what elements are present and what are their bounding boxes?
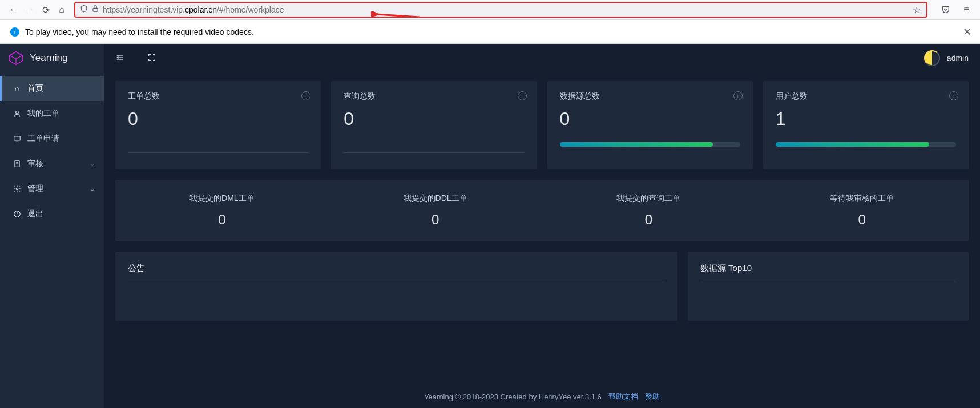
shield-icon [80,5,88,15]
user-icon [13,110,22,118]
stat-title: 工单总数 [128,91,308,102]
stat-card-datasources: i 数据源总数 0 [547,81,753,169]
stat-title: 用户总数 [776,91,956,102]
panel-title: 数据源 Top10 [700,263,956,274]
submit-label: 我提交的DML工单 [115,193,329,204]
stat-title: 查询总数 [344,91,524,102]
dashboard: i 工单总数 0 i 查询总数 0 i 数据源总数 0 [104,72,980,385]
submit-value: 0 [329,212,542,228]
menu-label: 退出 [27,209,43,219]
app-root: Yearning ⌂ 首页 我的工单 工单申请 审核 ⌄ 管理 [0,44,980,408]
gear-icon [13,185,22,193]
help-link[interactable]: 帮助文档 [608,391,638,402]
fullscreen-button[interactable] [147,53,156,64]
logo[interactable]: Yearning [0,44,104,72]
refresh-button[interactable]: ⟳ [38,2,54,18]
menu-audit[interactable]: 审核 ⌄ [0,151,104,176]
submit-value: 0 [542,212,756,228]
donate-link[interactable]: 赞助 [645,391,660,402]
svg-rect-0 [93,8,98,11]
announcement-panel: 公告 [115,252,677,321]
submit-dml: 我提交的DML工单 0 [115,193,329,228]
annotation-arrow [371,11,422,29]
copyright: Yearning © 2018-2023 Created by HenryYee… [424,393,602,401]
svg-line-2 [377,14,420,17]
home-icon: ⌂ [13,84,22,93]
submit-pending: 等待我审核的工单 0 [755,193,969,228]
datasource-top-panel: 数据源 Top10 [688,252,969,321]
collapse-sidebar-button[interactable] [115,53,124,64]
lock-icon [91,5,99,15]
chevron-down-icon: ⌄ [90,185,95,193]
stat-card-orders: i 工单总数 0 [115,81,321,169]
sidebar: Yearning ⌂ 首页 我的工单 工单申请 审核 ⌄ 管理 [0,44,104,408]
progress-bar [776,142,956,147]
logout-icon [13,210,22,218]
pocket-icon[interactable] [938,2,954,18]
url-text: https://yearningtest.vip.cpolar.cn/#/hom… [103,5,922,14]
info-icon[interactable]: i [733,91,743,100]
menu-home[interactable]: ⌂ 首页 [0,76,104,101]
footer: Yearning © 2018-2023 Created by HenryYee… [104,385,980,408]
menu-label: 工单申请 [27,134,59,144]
menu-label: 首页 [27,83,43,94]
progress-bar [560,142,740,147]
bookmark-icon[interactable]: ☆ [913,5,921,15]
menu-logout[interactable]: 退出 [0,201,104,227]
avatar[interactable] [924,50,940,66]
notification-text: To play video, you may need to install t… [25,27,254,37]
close-notification-button[interactable]: ✕ [963,26,971,38]
clipboard-icon [13,160,22,168]
main-content: admin i 工单总数 0 i 查询总数 0 i 数据 [104,44,980,408]
info-icon[interactable]: i [301,91,310,100]
logo-icon [8,50,24,66]
stat-value: 1 [776,108,956,130]
panel-title: 公告 [128,263,665,274]
info-icon[interactable]: i [949,91,958,100]
stat-card-users: i 用户总数 1 [763,81,969,169]
submit-label: 等待我审核的工单 [755,193,969,204]
svg-marker-4 [10,52,22,59]
username[interactable]: admin [947,54,969,63]
stat-value: 0 [344,108,524,130]
info-icon[interactable]: i [518,91,527,100]
monitor-icon [13,135,22,143]
main-menu: ⌂ 首页 我的工单 工单申请 审核 ⌄ 管理 ⌄ [0,72,104,408]
chevron-down-icon: ⌄ [90,160,95,168]
menu-manage[interactable]: 管理 ⌄ [0,176,104,201]
stat-card-queries: i 查询总数 0 [331,81,537,169]
stat-value: 0 [128,108,308,130]
stat-value: 0 [560,108,740,130]
topbar: admin [104,44,980,72]
svg-rect-7 [14,136,21,140]
menu-icon[interactable]: ≡ [958,2,974,18]
home-button[interactable]: ⌂ [54,2,70,18]
browser-toolbar: ← → ⟳ ⌂ https://yearningtest.vip.cpolar.… [0,0,980,20]
svg-point-12 [16,188,18,190]
back-button[interactable]: ← [6,2,22,18]
submission-summary: 我提交的DML工单 0 我提交的DDL工单 0 我提交的查询工单 0 等待我审核… [115,180,969,241]
menu-my-orders[interactable]: 我的工单 [0,101,104,126]
submit-ddl: 我提交的DDL工单 0 [329,193,542,228]
submit-label: 我提交的查询工单 [542,193,756,204]
address-bar[interactable]: https://yearningtest.vip.cpolar.cn/#/hom… [74,2,927,18]
submit-query: 我提交的查询工单 0 [542,193,756,228]
codec-notification: i To play video, you may need to install… [0,20,980,44]
menu-order-apply[interactable]: 工单申请 [0,126,104,151]
panels-row: 公告 数据源 Top10 [115,252,969,321]
info-icon: i [10,27,19,37]
submit-value: 0 [755,212,969,228]
stat-cards-row: i 工单总数 0 i 查询总数 0 i 数据源总数 0 [115,81,969,169]
menu-label: 我的工单 [27,108,59,119]
forward-button[interactable]: → [22,2,38,18]
submit-value: 0 [115,212,329,228]
stat-title: 数据源总数 [560,91,740,102]
brand-name: Yearning [30,52,68,64]
menu-label: 管理 [27,184,43,194]
menu-label: 审核 [27,159,43,169]
svg-point-6 [16,111,19,114]
submit-label: 我提交的DDL工单 [329,193,542,204]
